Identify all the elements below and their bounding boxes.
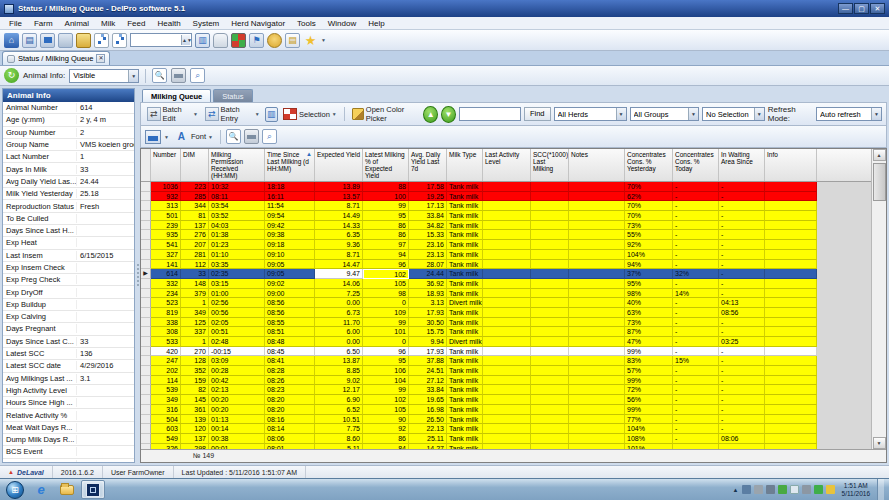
menu-tools[interactable]: Tools (291, 19, 322, 28)
network-icon[interactable] (742, 485, 751, 494)
favorites-star-icon[interactable]: ★ (303, 33, 318, 48)
selection-button[interactable]: Selection▼ (281, 107, 339, 121)
tab-status-milking-queue[interactable]: Status / Milking Queue ✕ (2, 51, 110, 65)
tab-close-icon[interactable]: ✕ (96, 54, 105, 63)
batch-entry-button[interactable]: ⇄ Batch Entry▼ (203, 104, 262, 124)
print-preview-icon[interactable]: 🔍 (152, 68, 167, 83)
alarm-log-icon[interactable]: ▤ (285, 33, 300, 48)
scatter-chart2-icon[interactable] (112, 33, 127, 48)
home-icon[interactable]: ⌂ (4, 33, 19, 48)
table-row[interactable]: 60312000:1408:147.759222.13Tank milk104%… (141, 424, 871, 434)
move-down-button[interactable]: ▼ (441, 106, 456, 123)
scroll-thumb[interactable] (873, 163, 886, 201)
search-icon[interactable]: ⌕ (190, 68, 205, 83)
taskbar-clock[interactable]: 1:51 AM 5/11/2016 (838, 482, 874, 497)
animal-card-icon[interactable]: ▤ (22, 33, 37, 48)
display-icon[interactable] (790, 485, 799, 494)
find-input[interactable] (459, 107, 521, 121)
table-row[interactable]: 33214803:1509:0214.0610536.92Tank milk95… (141, 279, 871, 289)
flag-icon[interactable]: ⚑ (249, 33, 264, 48)
device-icon[interactable] (754, 485, 763, 494)
table-row[interactable]: 32728101:1009:108.719423.13Tank milk104%… (141, 250, 871, 260)
close-button[interactable]: ✕ (870, 3, 885, 14)
table-row[interactable]: ▶6143302:3509:059.4710224.44Tank milk37%… (141, 269, 871, 279)
grid-search-icon[interactable]: ⌕ (262, 129, 277, 144)
table-row[interactable]: 23437901:0009:007.259818.93Tank milk98%1… (141, 289, 871, 299)
ie-taskbar-button[interactable]: e (29, 480, 53, 499)
column-header-in-waiting-area-since[interactable]: In Waiting Area Since (719, 149, 765, 181)
table-row[interactable]: 34914500:2008:206.9010219.65Tank milk56%… (141, 395, 871, 405)
table-row[interactable]: 33812502:0508:5511.709930.50Tank milk73%… (141, 318, 871, 328)
herd-filter-select[interactable]: All Herds▼ (554, 107, 627, 121)
favorites-dropdown-icon[interactable]: ▼ (321, 37, 326, 43)
title-bar[interactable]: Status / Milking Queue - DelPro software… (0, 0, 889, 17)
table-row[interactable]: 50413901:1308:1610.519026.50Tank milk77%… (141, 415, 871, 425)
menu-file[interactable]: File (3, 19, 28, 28)
open-color-picker-button[interactable]: Open Color Picker (350, 104, 421, 124)
table-row[interactable]: 24712803:0908:4113.879537.88Tank milk83%… (141, 356, 871, 366)
font-button[interactable]: A Font▼ (172, 129, 215, 145)
table-row[interactable]: 11415900:4208:269.0210427.12Tank milk99%… (141, 376, 871, 386)
menu-farm[interactable]: Farm (28, 19, 59, 28)
table-row[interactable]: 5398202:1308:2312.179933.84Tank milk72%-… (141, 385, 871, 395)
column-header-concentrates-cons-yesterday[interactable]: Concentrates Cons. % Yesterday (625, 149, 673, 181)
delpro-taskbar-button[interactable] (81, 480, 105, 499)
table-row[interactable]: 81934900:5608:566.7310917.93Tank milk63%… (141, 308, 871, 318)
column-header-time-since-last-milking-d-hh-mm[interactable]: Time Since Last Milking (d HH:MM)▲ (265, 149, 315, 181)
view-settings-icon[interactable]: ▥ (265, 107, 278, 122)
table-row[interactable]: 93228508:1116:1113.5710019.25Tank milk62… (141, 192, 871, 202)
antivirus-icon[interactable] (814, 485, 823, 494)
column-header-notes[interactable]: Notes (569, 149, 625, 181)
batch-edit-button[interactable]: ⇄ Batch Edit▼ (145, 104, 200, 124)
table-row[interactable]: 32629800:0108:015.118414.27Tank milk101%… (141, 444, 871, 449)
quick-search-combo[interactable]: ▲▼ (130, 33, 192, 47)
menu-window[interactable]: Window (322, 19, 362, 28)
table-row[interactable]: 20235200:2808:288.8510624.51Tank milk57%… (141, 366, 871, 376)
scatter-chart-icon[interactable] (94, 33, 109, 48)
scroll-up-icon[interactable]: ▲ (873, 149, 886, 161)
move-up-button[interactable]: ▲ (423, 106, 438, 123)
explorer-taskbar-button[interactable] (55, 480, 79, 499)
volume-icon[interactable] (802, 485, 811, 494)
selection-filter-select[interactable]: No Selection▼ (702, 107, 765, 121)
report-icon[interactable] (76, 33, 91, 48)
table-row[interactable]: 103622310:3218:1813.898817.58Tank milk70… (141, 182, 871, 192)
start-button[interactable]: ⊞ (6, 481, 24, 499)
show-desktop-button[interactable] (877, 479, 884, 500)
column-header-last-activity-level[interactable]: Last Activity Level (483, 149, 531, 181)
table-row[interactable]: 533102:4808:480.0009.94Divert milk 147%-… (141, 337, 871, 347)
column-header-latest-milking-of-expected-yield[interactable]: Latest Milking % of Expected Yield (363, 149, 409, 181)
vertical-scrollbar[interactable]: ▲ ▼ (871, 149, 886, 449)
table-row[interactable]: 93527601:3809:386.358615.33Tank milk55%-… (141, 230, 871, 240)
find-button[interactable]: Find (524, 107, 551, 121)
scroll-down-icon[interactable]: ▼ (873, 437, 886, 449)
column-header-expected-yield[interactable]: Expected Yield (315, 149, 363, 181)
grid-print-preview-icon[interactable]: 🔍 (226, 129, 241, 144)
menu-herd-navigator[interactable]: Herd Navigator (225, 19, 291, 28)
column-header-number[interactable]: Number (151, 149, 181, 181)
menu-milk[interactable]: Milk (95, 19, 121, 28)
column-header-concentrates-cons-today[interactable]: Concentrates Cons. % Today (673, 149, 719, 181)
column-header-dim[interactable]: DIM (181, 149, 209, 181)
menu-help[interactable]: Help (362, 19, 390, 28)
minimize-button[interactable]: — (838, 3, 853, 14)
table-row[interactable]: 420270-00:1508:456.509617.93Tank milk99%… (141, 347, 871, 357)
milk-meter-icon[interactable] (213, 33, 228, 48)
table-row[interactable]: 23913704:0309:4214.338634.82Tank milk73%… (141, 221, 871, 231)
column-header-info[interactable]: Info (765, 149, 817, 181)
spinner-icon[interactable]: ▲▼ (181, 35, 190, 45)
computers-icon[interactable] (58, 33, 73, 48)
update-icon[interactable] (778, 485, 787, 494)
alarm-icon[interactable] (267, 33, 282, 48)
table-row[interactable]: 31334403:5411:548.719917.13Tank milk70%-… (141, 201, 871, 211)
table-row[interactable]: 54120701:2309:189.369723.16Tank milk92%-… (141, 240, 871, 250)
column-header-milking-permission-received-hh-mm[interactable]: Milking Permission Received (HH:MM) (209, 149, 265, 181)
menu-feed[interactable]: Feed (121, 19, 151, 28)
table-row[interactable]: 54913700:3808:068.608625.11Tank milk108%… (141, 434, 871, 444)
print-icon[interactable] (171, 68, 186, 83)
column-header-milk-type[interactable]: Milk Type (447, 149, 483, 181)
table-row[interactable]: 30833700:5108:516.0010115.75Tank milk87%… (141, 327, 871, 337)
column-header-avg-daily-yield-last-7d[interactable]: Avg. Daily Yield Last 7d (409, 149, 447, 181)
save-dropdown-icon[interactable]: ▼ (164, 134, 169, 140)
tab-milking-queue[interactable]: Milking Queue (142, 89, 211, 102)
